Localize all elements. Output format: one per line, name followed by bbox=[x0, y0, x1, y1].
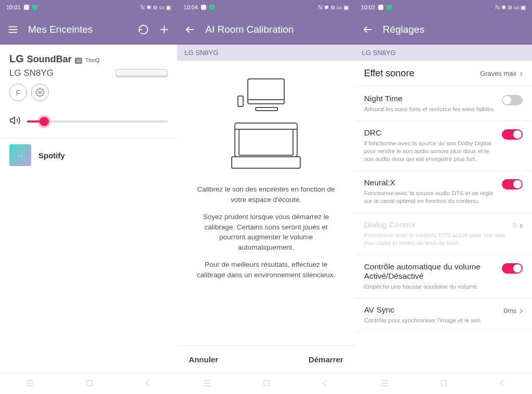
setting-title: Effet sonore bbox=[364, 68, 474, 79]
status-bar: 10:01 ℕ ✱ ⊚ ▭ ▣ bbox=[0, 0, 177, 15]
chevron-right-icon: › bbox=[520, 220, 523, 231]
source-name: Spotify bbox=[38, 151, 65, 160]
bottom-actions: Annuler Démarrer bbox=[177, 345, 354, 373]
svg-rect-19 bbox=[232, 157, 300, 168]
screen-calibration: 10:04 ℕ ✱ ⊚ ▭ ▣ AI Room Calibration LG S… bbox=[177, 0, 354, 394]
setting-title: Neural:X bbox=[364, 178, 496, 187]
chevron-right-icon: › bbox=[520, 305, 523, 316]
start-button[interactable]: Démarrer bbox=[309, 355, 343, 364]
brand-thinq: ThinQ bbox=[85, 58, 99, 63]
status-icons-right: ℕ ✱ ⊚ ▭ ▣ bbox=[318, 4, 349, 11]
system-nav-bar bbox=[177, 373, 354, 394]
nav-back-icon[interactable] bbox=[321, 378, 330, 390]
app-status-icon bbox=[32, 5, 37, 10]
status-time: 10:01 bbox=[6, 4, 21, 10]
cancel-button[interactable]: Annuler bbox=[189, 355, 218, 364]
volume-slider[interactable] bbox=[27, 120, 168, 123]
app-status-icon bbox=[387, 5, 392, 10]
screen-settings: 10:02 ℕ ✱ ⊚ ▭ ▣ Réglages LG SN8YG Effet … bbox=[355, 0, 532, 394]
toggle-auto-volume[interactable] bbox=[502, 263, 523, 274]
menu-icon[interactable] bbox=[7, 24, 19, 35]
setting-auto-volume[interactable]: Contrôle automatique du volume Activé/Dé… bbox=[355, 255, 532, 298]
back-arrow-icon[interactable] bbox=[184, 24, 196, 35]
setting-value: Graves max bbox=[480, 70, 516, 77]
settings-gear-button[interactable] bbox=[31, 84, 49, 101]
svg-point-5 bbox=[39, 91, 42, 94]
svg-rect-17 bbox=[235, 123, 297, 157]
toggle-neuralx[interactable] bbox=[502, 179, 523, 189]
brand-row: LG SoundBar AI ThinQ bbox=[9, 53, 168, 65]
app-bar: Mes Enceintes bbox=[0, 15, 177, 45]
bluetooth-icon: ✱ bbox=[324, 4, 329, 11]
setting-drc[interactable]: DRC Il fonctionne avec la source du son … bbox=[355, 121, 532, 171]
app-bar: Réglages bbox=[355, 15, 532, 45]
volume-icon[interactable] bbox=[9, 115, 21, 128]
svg-rect-29 bbox=[441, 380, 447, 386]
nav-home-icon[interactable] bbox=[262, 378, 271, 390]
nav-back-icon[interactable] bbox=[143, 378, 153, 390]
setting-title: Night Time bbox=[364, 94, 496, 103]
status-bar: 10:04 ℕ ✱ ⊚ ▭ ▣ bbox=[177, 0, 354, 15]
setting-sound-effect[interactable]: Effet sonore Graves max › bbox=[355, 61, 532, 87]
spotify-status-icon bbox=[24, 5, 29, 10]
nav-recent-icon[interactable] bbox=[379, 378, 390, 390]
nfc-icon: ℕ bbox=[140, 4, 145, 11]
setting-neuralx[interactable]: Neural:X Fonctionne avec la source audio… bbox=[355, 171, 532, 213]
setting-title: Contrôle automatique du volume Activé/Dé… bbox=[364, 262, 496, 281]
screen-my-speakers: 10:01 ℕ ✱ ⊚ ▭ ▣ Mes Enceintes LG SoundBa… bbox=[0, 0, 177, 394]
nav-recent-icon[interactable] bbox=[25, 378, 35, 390]
nfc-icon: ℕ bbox=[495, 4, 500, 11]
svg-marker-6 bbox=[10, 117, 15, 124]
page-title: Réglages bbox=[383, 24, 525, 35]
volume-thumb[interactable] bbox=[39, 117, 49, 126]
nfc-icon: ℕ bbox=[318, 4, 323, 11]
setting-av-sync[interactable]: AV Sync Contrôle pour synchroniser l'ima… bbox=[355, 298, 532, 332]
device-card[interactable]: LG SoundBar AI ThinQ LG SN8YG F bbox=[0, 45, 177, 137]
nav-back-icon[interactable] bbox=[498, 378, 507, 390]
svg-rect-20 bbox=[239, 129, 293, 155]
signal-icon: ▭ bbox=[337, 4, 342, 11]
status-time: 10:02 bbox=[361, 4, 376, 10]
setting-night-time[interactable]: Night Time Adoucit les sons forts et ren… bbox=[355, 87, 532, 121]
setting-desc: Adoucit les sons forts et renforce les s… bbox=[364, 105, 496, 113]
svg-rect-24 bbox=[264, 380, 270, 386]
back-arrow-icon[interactable] bbox=[362, 24, 374, 35]
sound-mode-button[interactable]: F bbox=[9, 84, 27, 101]
nav-recent-icon[interactable] bbox=[202, 378, 212, 390]
toggle-drc[interactable] bbox=[502, 129, 523, 140]
brand-ai-badge: AI bbox=[75, 58, 83, 64]
calib-text-1: Calibrez le son des enceintes en fonctio… bbox=[192, 184, 340, 205]
wifi-icon: ⊚ bbox=[330, 4, 335, 11]
setting-dialog-control: Dialog Control Fonctionne avec le conten… bbox=[355, 213, 532, 255]
source-row[interactable]: ♪♪ Spotify bbox=[0, 138, 177, 172]
device-sub-header: LG SN8YG bbox=[177, 45, 354, 61]
device-sub-header: LG SN8YG bbox=[355, 45, 532, 61]
svg-rect-10 bbox=[86, 380, 92, 386]
nav-home-icon[interactable] bbox=[85, 378, 94, 390]
svg-rect-16 bbox=[256, 107, 277, 111]
svg-rect-15 bbox=[238, 96, 243, 106]
setting-desc: Il fonctionne avec la source du son Dolb… bbox=[364, 140, 496, 163]
brand-lg: LG bbox=[9, 53, 24, 65]
system-nav-bar bbox=[355, 373, 532, 394]
status-time: 10:04 bbox=[183, 4, 198, 10]
refresh-icon[interactable] bbox=[138, 24, 149, 35]
signal-icon: ▭ bbox=[159, 4, 164, 11]
battery-icon: ▣ bbox=[343, 4, 349, 11]
add-icon[interactable] bbox=[158, 24, 170, 35]
nav-home-icon[interactable] bbox=[439, 378, 448, 390]
signal-icon: ▭ bbox=[514, 4, 519, 11]
wifi-icon: ⊚ bbox=[508, 4, 512, 11]
toggle-night-time[interactable] bbox=[502, 95, 523, 105]
spotify-status-icon bbox=[201, 5, 206, 10]
chevron-right-icon: › bbox=[520, 68, 523, 79]
battery-icon: ▣ bbox=[521, 4, 526, 11]
brand-soundbar: SoundBar bbox=[27, 54, 72, 65]
setting-title: Dialog Control bbox=[364, 220, 507, 229]
app-status-icon bbox=[209, 5, 215, 10]
setting-desc: Contrôle pour synchroniser l'image et le… bbox=[364, 317, 498, 324]
calibration-illustration bbox=[177, 61, 354, 184]
bluetooth-icon: ✱ bbox=[501, 4, 506, 11]
source-icon: ♪♪ bbox=[9, 144, 31, 166]
status-icons-right: ℕ ✱ ⊚ ▭ ▣ bbox=[140, 4, 171, 11]
